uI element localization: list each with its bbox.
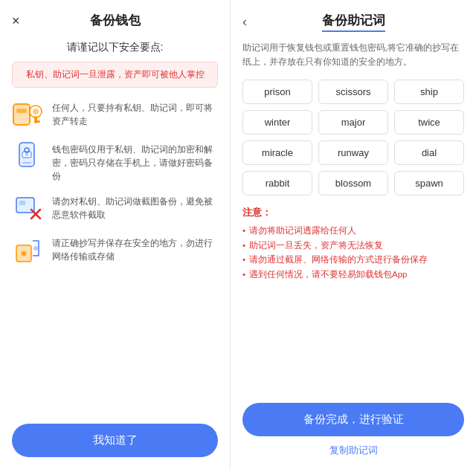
- svg-rect-1: [16, 109, 27, 113]
- description-text: 助记词用于恢复钱包或重置钱包密码,将它准确的抄写在纸上，并存放在只有你知道的安全…: [242, 41, 464, 69]
- mnemonic-word-8: runway: [318, 140, 388, 165]
- note-item-3: 请勿通过截屏、网络传输的方式进行备份保存: [242, 253, 464, 268]
- mnemonic-word-10: rabbit: [242, 171, 312, 195]
- mnemonic-word-3: ship: [394, 80, 464, 104]
- safety-item-2-text: 钱包密码仅用于私钥、助记词的加密和解密，密码只存储在手机上，请做好密码备份: [52, 140, 218, 183]
- mnemonic-word-9: dial: [394, 140, 464, 165]
- key-icon: [12, 98, 45, 131]
- notes-list: 请勿将助记词透露给任何人助记词一旦丢失，资产将无法恢复请勿通过截屏、网络传输的方…: [242, 224, 464, 282]
- notes-section: 注意： 请勿将助记词透露给任何人助记词一旦丢失，资产将无法恢复请勿通过截屏、网络…: [242, 206, 464, 282]
- svg-rect-10: [25, 152, 28, 156]
- mnemonic-word-7: miracle: [242, 140, 312, 165]
- screenshot-icon: [12, 192, 45, 224]
- safety-items-list: 任何人，只要持有私钥、助记词，即可将资产转走 钱包密码仅用于私钥、助记词的加密和…: [12, 98, 218, 415]
- left-panel: × 备份钱包 请谨记以下安全要点: 私钥、助记词一旦泄露，资产即可被他人掌控 任…: [0, 0, 231, 469]
- svg-rect-5: [34, 120, 40, 123]
- mnemonic-word-11: blossom: [318, 171, 388, 195]
- svg-point-3: [33, 109, 39, 114]
- safety-item-1-text: 任何人，只要持有私钥、助记词，即可将资产转走: [52, 98, 218, 128]
- safety-item-3: 请勿对私钥、助记词做截图备份，避免被恶意软件截取: [12, 192, 218, 224]
- safety-item-4-text: 请正确抄写并保存在安全的地方，勿进行网络传输或存储: [52, 233, 218, 263]
- svg-point-18: [22, 252, 25, 255]
- mnemonic-word-1: prison: [242, 80, 312, 104]
- left-title: 备份钱包: [90, 12, 141, 29]
- mnemonic-word-6: twice: [394, 110, 464, 135]
- svg-rect-0: [13, 104, 30, 125]
- note-item-1: 请勿将助记词透露给任何人: [242, 224, 464, 239]
- copy-link[interactable]: 复制助记词: [242, 444, 464, 457]
- safety-item-2: 钱包密码仅用于私钥、助记词的加密和解密，密码只存储在手机上，请做好密码备份: [12, 140, 218, 183]
- right-bottom: 备份完成，进行验证 复制助记词: [242, 403, 464, 457]
- mnemonic-word-2: scissors: [318, 80, 388, 104]
- mnemonic-word-12: spawn: [394, 171, 464, 195]
- mnemonic-word-4: winter: [242, 110, 312, 135]
- know-button[interactable]: 我知道了: [12, 424, 218, 457]
- note-item-4: 遇到任何情况，请不要轻易卸载钱包App: [242, 268, 464, 282]
- verify-button[interactable]: 备份完成，进行验证: [242, 403, 464, 436]
- phone-lock-icon: [12, 140, 45, 172]
- note-item-2: 助记词一旦丢失，资产将无法恢复: [242, 239, 464, 253]
- right-panel: ‹ 备份助记词 助记词用于恢复钱包或重置钱包密码,将它准确的抄写在纸上，并存放在…: [231, 0, 476, 469]
- safety-heading: 请谨记以下安全要点:: [67, 41, 164, 54]
- safety-item-3-text: 请勿对私钥、助记词做截图备份，避免被恶意软件截取: [52, 192, 218, 221]
- notes-title: 注意：: [242, 206, 464, 219]
- left-header: × 备份钱包: [12, 12, 218, 29]
- close-button[interactable]: ×: [12, 14, 20, 28]
- svg-point-19: [33, 246, 38, 250]
- mnemonic-grid: prisonscissorsshipwintermajortwicemiracl…: [242, 80, 464, 195]
- safety-item-4: 请正确抄写并保存在安全的地方，勿进行网络传输或存储: [12, 233, 218, 266]
- back-button[interactable]: ‹: [242, 14, 247, 30]
- right-header: ‹ 备份助记词: [242, 12, 464, 32]
- svg-rect-13: [19, 201, 25, 205]
- right-title: 备份助记词: [322, 12, 385, 32]
- svg-rect-11: [22, 162, 31, 164]
- safety-item-1: 任何人，只要持有私钥、助记词，即可将资产转走: [12, 98, 218, 131]
- warning-box: 私钥、助记词一旦泄露，资产即可被他人掌控: [12, 62, 218, 88]
- left-bottom: 我知道了: [12, 415, 218, 457]
- safe-location-icon: [12, 233, 45, 266]
- mnemonic-word-5: major: [318, 110, 388, 135]
